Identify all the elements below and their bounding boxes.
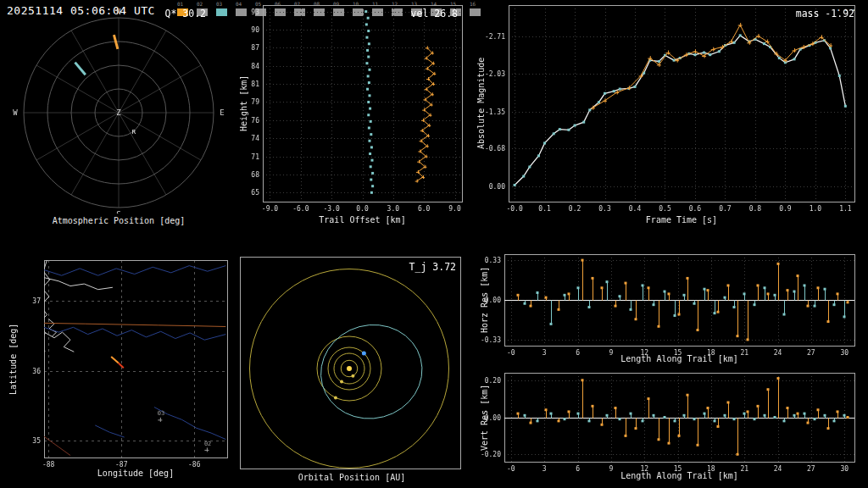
lightcurve-panel: Absolute Magnitude mass -1.92 Frame Time… <box>466 0 868 234</box>
trail-offset-chart <box>237 0 466 234</box>
height-axis-label: Height [km] <box>239 5 248 202</box>
velocity-annotation: vel 26.8 <box>411 8 458 19</box>
length-along-trail-label-bottom: Length Along Trail [km] <box>504 471 854 480</box>
orbital-position-axis-label: Orbital Position [AU] <box>237 473 466 482</box>
length-along-trail-label-top: Length Along Trail [km] <box>504 354 854 363</box>
trail-offset-panel: Height [km] vel 26.8 Trail Offset [km] <box>237 0 466 234</box>
q-value-annotation: Q* 30.2 <box>165 8 206 19</box>
residuals-panel: Horz Res [km] Length Along Trail [km] Ve… <box>466 244 868 488</box>
ground-map-chart <box>0 254 237 488</box>
trail-offset-axis-label: Trail Offset [km] <box>263 215 462 225</box>
frame-time-axis-label: Frame Time [s] <box>509 215 854 225</box>
residuals-chart <box>466 244 868 488</box>
ground-map-panel: Latitude [deg] Longitude [deg] <box>0 254 237 488</box>
polar-sky-chart <box>0 0 237 214</box>
atmospheric-position-panel: Q* 30.2 Atmospheric Position [deg] <box>0 0 237 234</box>
orbital-position-panel: T_j 3.72 Orbital Position [AU] <box>237 254 466 488</box>
vert-res-axis-label: Vert Res [km] <box>480 373 489 462</box>
orbit-chart <box>237 254 466 488</box>
longitude-axis-label: Longitude [deg] <box>44 469 227 478</box>
horz-res-axis-label: Horz Res [km] <box>480 254 489 346</box>
magnitude-axis-label: Absolute Magnitude <box>476 5 486 202</box>
mass-annotation: mass -1.92 <box>796 8 854 19</box>
tisserand-annotation: T_j 3.72 <box>409 261 456 273</box>
lightcurve-chart <box>466 0 868 234</box>
latitude-axis-label: Latitude [deg] <box>8 260 18 458</box>
polar-axis-label: Atmospheric Position [deg] <box>0 216 237 225</box>
